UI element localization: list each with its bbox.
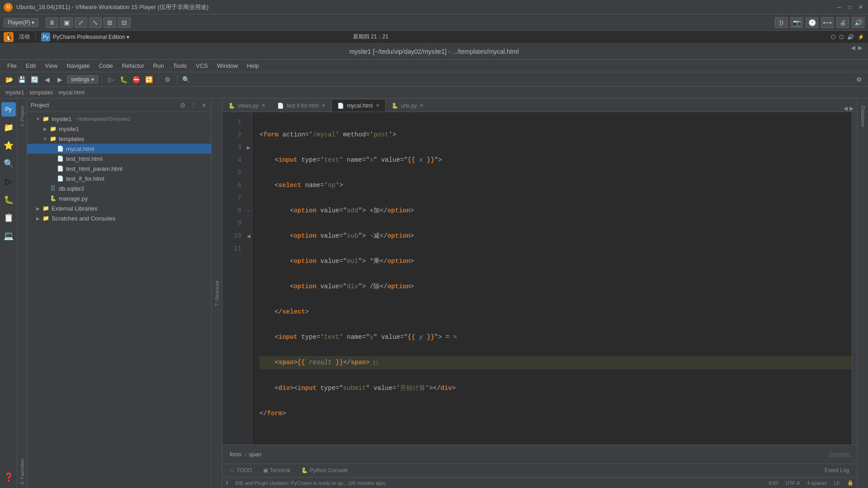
project-settings-icon[interactable]: ⚙ bbox=[179, 101, 187, 110]
breadcrumb-mycal[interactable]: mycal.html bbox=[58, 89, 84, 96]
breadcrumb-templates[interactable]: templates bbox=[29, 89, 53, 96]
back-icon[interactable]: ◀ bbox=[42, 74, 52, 85]
menu-refactor[interactable]: Refactor bbox=[118, 61, 148, 70]
vm-right-icon-2[interactable]: 📷 bbox=[790, 17, 803, 28]
maximize-button[interactable]: □ bbox=[846, 4, 854, 11]
tab-left-scroll[interactable]: ◀ bbox=[844, 105, 848, 112]
activities-label[interactable]: 活动 bbox=[19, 33, 30, 41]
tree-external-libs[interactable]: ▶ 📁 External Libraries bbox=[27, 203, 211, 213]
tree-scratches[interactable]: ▶ 📁 Scratches and Consoles bbox=[27, 213, 211, 223]
vm-right-icon-5[interactable]: 🖨 bbox=[836, 17, 849, 28]
favorites-tab-label[interactable]: 2: Favorites bbox=[19, 455, 26, 488]
project-close-icon[interactable]: ✕ bbox=[200, 101, 208, 110]
structure-tab-label[interactable]: 7: Structure bbox=[213, 277, 221, 310]
debug-icon[interactable]: 🐛 bbox=[118, 74, 129, 85]
ubuntu-logo[interactable]: 🐧 bbox=[4, 32, 14, 42]
debug2-icon[interactable]: 🐛 bbox=[1, 192, 16, 207]
urls-py-tab-icon: 🐍 bbox=[392, 103, 398, 109]
help2-icon[interactable]: ❓ bbox=[1, 470, 16, 484]
settings2-icon[interactable]: ⚙ bbox=[162, 74, 173, 85]
tab-views-py[interactable]: 🐍 views.py ✕ bbox=[222, 99, 271, 112]
run2-icon[interactable]: ▷ bbox=[1, 174, 16, 189]
stop-run-icon[interactable]: ⛔ bbox=[131, 74, 142, 85]
menu-run[interactable]: Run bbox=[150, 61, 168, 70]
menu-edit[interactable]: Edit bbox=[22, 61, 39, 70]
status-encoding: UTF-8 bbox=[786, 480, 800, 486]
find-icon[interactable]: 🔍 bbox=[1, 156, 16, 171]
restore-button[interactable]: ⤡ bbox=[89, 17, 102, 28]
search-toolbar-icon[interactable]: 🔍 bbox=[181, 74, 192, 85]
todo-icon[interactable]: 📋 bbox=[1, 211, 16, 225]
code-editor[interactable]: 1 2 3 4 5 6 7 8 9 10 11 ▶ bbox=[222, 112, 857, 445]
minimize-button[interactable]: ─ bbox=[835, 4, 843, 11]
code-line-10: <span>{{ result }}</span> {| bbox=[259, 356, 852, 369]
player-button[interactable]: Player(P) ▾ bbox=[4, 18, 38, 27]
menu-tools[interactable]: Tools bbox=[170, 61, 190, 70]
fullscreen-button[interactable]: ⤢ bbox=[75, 17, 87, 28]
tree-test-if-for[interactable]: 📄 test_if_for.html bbox=[27, 174, 211, 183]
menu-view[interactable]: View bbox=[41, 61, 61, 70]
titlebar-text: Ubuntu_18.04(1911) - VMware Workstation … bbox=[16, 3, 208, 11]
open-icon[interactable]: 📂 bbox=[4, 74, 14, 85]
code-content[interactable]: <form action='/mycal' method='post'> <in… bbox=[252, 112, 852, 445]
settings-button[interactable]: settings ▾ bbox=[67, 75, 98, 84]
pycharm-taskbar-btn[interactable]: Py PyCharm Professional Edition ▾ bbox=[41, 33, 129, 42]
menu-code[interactable]: Code bbox=[95, 61, 117, 70]
close-button[interactable]: ✕ bbox=[857, 4, 864, 11]
reload-icon[interactable]: 🔁 bbox=[144, 74, 155, 85]
tree-mycal-html[interactable]: 📄 mycal.html bbox=[27, 144, 211, 154]
menu-window[interactable]: Window bbox=[213, 61, 241, 70]
forward-icon[interactable]: ▶ bbox=[54, 74, 65, 85]
database-tab-label[interactable]: Database bbox=[859, 102, 867, 131]
tree-test-html-param[interactable]: 📄 test_html_param.html bbox=[27, 164, 211, 174]
snapshot-button[interactable]: ⊟ bbox=[118, 17, 131, 28]
project-tab-label[interactable]: 1: Project bbox=[19, 102, 26, 130]
tree-manage-py[interactable]: 🐍 manage.py bbox=[27, 193, 211, 203]
tab-test-if-for[interactable]: 📄 test if for.html ✕ bbox=[271, 99, 331, 112]
bottom-tab-terminal[interactable]: ▣ Terminal bbox=[259, 465, 295, 477]
sync-icon[interactable]: 🔄 bbox=[29, 74, 40, 85]
vm-right-icon-1[interactable]: ⟩⟩ bbox=[775, 17, 788, 28]
unity-button[interactable]: ⊞ bbox=[104, 17, 116, 28]
tree-db[interactable]: 🗄 db.sqlite3 bbox=[27, 183, 211, 193]
save-icon[interactable]: 💾 bbox=[16, 74, 27, 85]
bottom-tab-todo[interactable]: 6: TODO bbox=[226, 465, 257, 477]
pause-button[interactable]: ⏸ bbox=[46, 17, 58, 28]
tab-right-scroll[interactable]: ▶ bbox=[849, 105, 854, 112]
bottom-bar-minimap: |||||||||||||||| bbox=[829, 452, 850, 457]
tab-urls-py-close[interactable]: ✕ bbox=[420, 103, 424, 108]
terminal-icon[interactable]: 💻 bbox=[1, 229, 16, 243]
tree-mysite1[interactable]: ▶ 📁 mysite1 bbox=[27, 124, 211, 134]
project-gear-icon[interactable]: ⋮ bbox=[189, 101, 198, 110]
vm-right-icon-3[interactable]: 🕐 bbox=[806, 17, 818, 28]
bottom-tab-python-console[interactable]: 🐍 Python Console bbox=[297, 465, 353, 477]
tree-test-html[interactable]: 📄 test_html.html bbox=[27, 154, 211, 164]
menu-help[interactable]: Help bbox=[243, 61, 263, 70]
bookmarks-icon[interactable]: ⭐ bbox=[1, 138, 16, 153]
settings3-icon[interactable]: ⚙ bbox=[854, 74, 864, 85]
tab-mycal-html-close[interactable]: ✕ bbox=[376, 103, 380, 108]
bottom-bc-span[interactable]: span bbox=[249, 451, 261, 458]
run-icon[interactable]: ▷ bbox=[106, 74, 117, 85]
bottom-bc-form[interactable]: form bbox=[230, 451, 241, 458]
breadcrumb-mysite1[interactable]: mysite1 bbox=[5, 89, 24, 96]
taskbar-datetime: 星期四 21：21 bbox=[353, 33, 388, 41]
status-update-text[interactable]: IDE and Plugin Updates: PyCharm is ready… bbox=[235, 480, 386, 486]
pycharm-scroll-right[interactable]: ▶ bbox=[858, 44, 863, 51]
bottom-tab-event-log[interactable]: Event Log bbox=[820, 465, 854, 477]
editor-scrollbar[interactable] bbox=[852, 112, 857, 445]
menu-vcs[interactable]: VCS bbox=[192, 61, 212, 70]
pycharm-scroll-left[interactable]: ◀ bbox=[851, 44, 855, 51]
stop-button[interactable]: ▣ bbox=[60, 17, 73, 28]
menu-file[interactable]: File bbox=[4, 61, 20, 70]
tab-test-if-for-close[interactable]: ✕ bbox=[321, 103, 326, 108]
tree-templates[interactable]: ▼ 📁 templates bbox=[27, 134, 211, 144]
menu-navigate[interactable]: Navigate bbox=[63, 61, 93, 70]
project-icon[interactable]: 📁 bbox=[1, 120, 16, 135]
tab-mycal-html[interactable]: 📄 mycal.html ✕ bbox=[331, 99, 385, 112]
vm-right-icon-4[interactable]: ⟷ bbox=[821, 17, 834, 28]
tab-urls-py[interactable]: 🐍 urls.py ✕ bbox=[386, 99, 429, 112]
tab-views-py-close[interactable]: ✕ bbox=[261, 103, 265, 108]
vm-right-icon-6[interactable]: 🔊 bbox=[852, 17, 864, 28]
tree-root[interactable]: ▼ 📁 mysite1 ~/tedu/vip/day02/mysite1 bbox=[27, 114, 211, 124]
